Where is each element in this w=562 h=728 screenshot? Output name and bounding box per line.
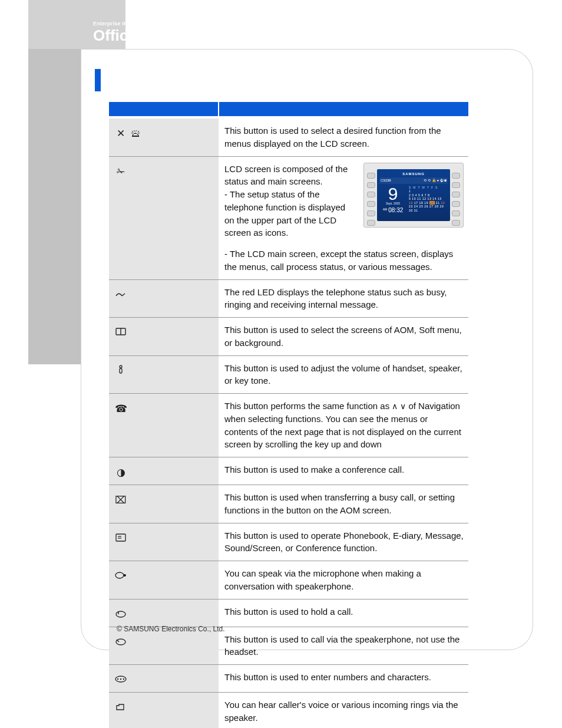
content-panel: ✕ 🛎 This button is used to select a desi… bbox=[81, 49, 533, 650]
lcd-desc-bottom: - The LCD main screen, except the status… bbox=[224, 248, 464, 274]
row-name-cell: ◑ bbox=[109, 457, 219, 485]
lcd-time-value: 08:32 bbox=[388, 207, 403, 213]
lcd-desc-top: LCD screen is composed of the status and… bbox=[224, 163, 355, 240]
row-desc: You can speak via the microphone when ma… bbox=[219, 561, 468, 599]
table-row: This button is used to hold a call. bbox=[109, 599, 468, 627]
function-table: ✕ 🛎 This button is used to select a desi… bbox=[109, 102, 468, 728]
row-desc: The red LED displays the telephone statu… bbox=[219, 279, 468, 318]
row-name-cell: ⌧ bbox=[109, 485, 219, 523]
lcd-status-icons: ⟲ ⟲ 🔒 ● ⏻ ◙ bbox=[424, 178, 447, 183]
copyright: © SAMSUNG Electronics Co., Ltd. bbox=[117, 625, 225, 633]
svg-rect-3 bbox=[120, 368, 122, 373]
table-row: You can hear caller's voice or various i… bbox=[109, 693, 468, 728]
row-name-cell: ✕ 🛎 bbox=[109, 117, 219, 156]
svg-rect-4 bbox=[116, 534, 125, 541]
mic-icon bbox=[115, 571, 127, 581]
lcd-date-month: Sept. 2005 bbox=[379, 202, 406, 206]
lcd-date-day: 9 bbox=[379, 186, 406, 202]
row-name-cell bbox=[109, 561, 219, 599]
table-header-desc bbox=[219, 102, 468, 117]
row-desc: This button is used to enter numbers and… bbox=[219, 665, 468, 693]
lcd-preview: SAMSUNG C3238 ⟲ ⟲ 🔒 ● ⏻ ◙ 9 Sept. 200 bbox=[363, 163, 464, 228]
row-desc: You can hear caller's voice or various i… bbox=[219, 693, 468, 728]
brand-logo-light: Serv bbox=[137, 27, 168, 44]
row-name-cell bbox=[109, 355, 219, 394]
row-desc: This button is used to call via the spea… bbox=[219, 627, 468, 665]
lcd-status-bar: C3238 ⟲ ⟲ 🔒 ● ⏻ ◙ bbox=[379, 177, 448, 184]
book-icon bbox=[115, 328, 127, 338]
row-desc: This button is used when transferring a … bbox=[219, 485, 468, 523]
table-row: ◑ This button is used to make a conferen… bbox=[109, 457, 468, 485]
lcd-cal-week: 30 31 bbox=[409, 209, 448, 213]
lcd-cal-week: 23 24 25 26 27 28 29 bbox=[409, 205, 448, 209]
row-desc: This button is used to select the screen… bbox=[219, 318, 468, 356]
brand-eyebrow: Enterprise IP Solutions bbox=[93, 21, 168, 27]
table-row: This button is used to select the screen… bbox=[109, 318, 468, 356]
row-name-cell bbox=[109, 665, 219, 693]
svg-point-2 bbox=[120, 365, 122, 368]
lcd-screen: SAMSUNG C3238 ⟲ ⟲ 🔒 ● ⏻ ◙ 9 Sept. 200 bbox=[377, 169, 450, 221]
row-name-cell: ☎ bbox=[109, 394, 219, 457]
lcd-date-block: 9 Sept. 2005 AM08:32 bbox=[379, 186, 406, 215]
svg-rect-8 bbox=[123, 574, 126, 577]
lcd-side-buttons-right bbox=[452, 173, 460, 226]
lcd-calendar: S M T W T F S 1 2 3 4 5 6 7 8 9 10 11 12… bbox=[409, 186, 448, 215]
hold-icon bbox=[115, 610, 127, 620]
brand-block: Enterprise IP Solutions OfficeServ bbox=[93, 21, 168, 43]
svg-point-12 bbox=[117, 678, 118, 680]
table-row: ✁ LCD screen is composed of the status a… bbox=[109, 156, 468, 279]
transfer-icon: ⌧ bbox=[115, 495, 127, 505]
volume-icon bbox=[115, 365, 127, 376]
bell-icon: 🛎 bbox=[130, 129, 141, 139]
table-row: The red LED displays the telephone statu… bbox=[109, 279, 468, 318]
row-name-cell bbox=[109, 599, 219, 627]
lcd-time: AM08:32 bbox=[379, 206, 406, 215]
row-desc: This button is used to select a desired … bbox=[219, 117, 468, 156]
phone-icon: ☎ bbox=[115, 404, 127, 414]
table-row: This button is used to operate Phonebook… bbox=[109, 523, 468, 561]
table-row: You can speak via the microphone when ma… bbox=[109, 561, 468, 599]
svg-point-7 bbox=[115, 572, 124, 578]
svg-point-14 bbox=[123, 678, 124, 680]
lcd-time-ampm: AM bbox=[383, 207, 388, 211]
row-name-cell bbox=[109, 693, 219, 728]
row-desc: This button is used to adjust the volume… bbox=[219, 355, 468, 394]
nav-arrows-icon: ∧ ∨ bbox=[392, 401, 406, 411]
row-desc: This button is used to make a conference… bbox=[219, 457, 468, 485]
select-icon: ✕ bbox=[115, 129, 127, 139]
table-row: This button is used to adjust the volume… bbox=[109, 355, 468, 394]
lcd-brand: SAMSUNG bbox=[379, 172, 448, 177]
lcd-status-left: C3238 bbox=[381, 178, 391, 183]
section-mark bbox=[95, 69, 101, 91]
table-row: This button is used to enter numbers and… bbox=[109, 665, 468, 693]
table-row: ⌧ This button is used when transferring … bbox=[109, 485, 468, 523]
table-row: ☎ This button performs the same function… bbox=[109, 394, 468, 457]
speaker-icon bbox=[115, 703, 127, 713]
row-name-cell bbox=[109, 523, 219, 561]
scroll-desc-pre: This button performs the same function a… bbox=[224, 401, 392, 411]
dial-icon bbox=[115, 675, 127, 685]
table-row: ✕ 🛎 This button is used to select a desi… bbox=[109, 117, 468, 156]
conference-icon: ◑ bbox=[115, 467, 127, 477]
row-name-cell bbox=[109, 318, 219, 356]
menu-icon bbox=[115, 533, 127, 543]
brand-logo: OfficeServ bbox=[93, 28, 168, 43]
row-desc-cell: LCD screen is composed of the status and… bbox=[219, 156, 468, 279]
row-desc-cell: This button performs the same function a… bbox=[219, 394, 468, 457]
svg-point-13 bbox=[120, 678, 121, 680]
led-icon bbox=[115, 290, 127, 300]
row-desc: This button is used to operate Phonebook… bbox=[219, 523, 468, 561]
row-name-cell: ✁ bbox=[109, 156, 219, 279]
svg-point-9 bbox=[116, 611, 125, 617]
lcd-icon: ✁ bbox=[115, 167, 127, 177]
row-name-cell bbox=[109, 279, 219, 318]
document-page: Enterprise IP Solutions OfficeServ ✕ 🛎 bbox=[0, 0, 562, 728]
speakerphone-icon bbox=[115, 637, 127, 647]
brand-logo-bold: Office bbox=[93, 27, 137, 44]
row-desc: This button is used to hold a call. bbox=[219, 599, 468, 627]
lcd-side-buttons-left bbox=[367, 173, 375, 226]
table-header-name bbox=[109, 102, 219, 117]
lcd-cal-today: 20 bbox=[429, 201, 435, 205]
